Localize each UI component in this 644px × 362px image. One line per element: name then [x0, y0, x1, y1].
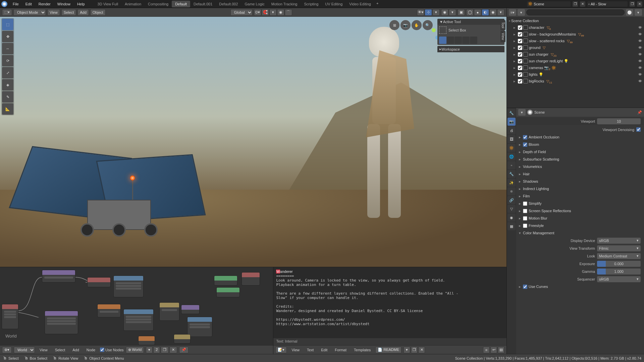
visibility-button[interactable]: 👁▾	[417, 9, 424, 16]
n-tab-tool[interactable]: Tool	[500, 20, 505, 30]
prop-tab-output[interactable]: 🖨	[507, 126, 516, 134]
collection-enable-checkbox[interactable]	[518, 46, 522, 50]
workspace-panel-header[interactable]: ▸ Workspace	[437, 46, 504, 52]
text-unlink[interactable]: ✕	[418, 347, 425, 353]
pivot-button[interactable]: ⊙▾	[254, 9, 261, 16]
select-mode-intersect[interactable]	[470, 37, 477, 44]
collection-enable-checkbox[interactable]	[518, 79, 522, 83]
editor-type-button[interactable]: 📝▾	[275, 347, 287, 353]
mode-selector[interactable]: Object Mode	[13, 9, 46, 16]
collection-enable-checkbox[interactable]	[518, 52, 522, 57]
outliner-collection-row[interactable]: ▸lights💡👁	[508, 71, 643, 78]
collection-enable-checkbox[interactable]	[518, 72, 522, 77]
collection-enable-checkbox[interactable]	[518, 25, 522, 30]
props-panel-row[interactable]: ▸Volumetrics	[517, 163, 643, 170]
menu-edit[interactable]: Edit	[22, 1, 35, 7]
prop-tab-viewlayer[interactable]: 🖼	[507, 135, 516, 143]
expand-arrow[interactable]: ▸	[514, 39, 517, 43]
filter-options-button[interactable]: ▾	[635, 9, 642, 16]
panel-caret[interactable]: ▸	[519, 157, 523, 162]
vp-menu-object[interactable]: Object	[90, 9, 106, 16]
snap-options-button[interactable]: ▾	[269, 9, 277, 16]
cm-value-field[interactable]: sRGB ▾	[597, 276, 641, 282]
outliner-root[interactable]: ▫ Scene Collection	[508, 17, 643, 24]
node[interactable]	[216, 287, 240, 297]
prop-tab-texture[interactable]: ▦	[507, 222, 516, 230]
node[interactable]	[45, 311, 78, 334]
tool-annotate[interactable]: ✎	[2, 91, 13, 103]
panel-caret[interactable]: ▸	[519, 150, 523, 154]
prop-tab-scene[interactable]: 🔆	[507, 144, 516, 152]
tool-measure[interactable]: 📐	[2, 103, 13, 115]
3d-viewport[interactable]: ⊞ 📷 ✋ 🔍 Z X	[0, 17, 506, 267]
text-browse[interactable]: ▾	[404, 347, 410, 353]
panel-caret[interactable]: ▸	[519, 135, 523, 139]
properties-scroll[interactable]: Viewport 10 Viewport Denoising ▸Ambient …	[516, 117, 644, 354]
visibility-toggle[interactable]: 👁	[637, 72, 643, 76]
workspace-add-button[interactable]: +	[374, 1, 380, 7]
prop-tab-data[interactable]: ▽	[507, 205, 516, 213]
menu-window[interactable]: Window	[54, 1, 74, 7]
props-panel-row[interactable]: ▸Indirect Lighting	[517, 185, 643, 192]
node[interactable]	[42, 270, 75, 283]
panel-caret[interactable]: ▸	[519, 216, 523, 221]
panel-enable-checkbox[interactable]	[523, 201, 527, 206]
panel-caret[interactable]: ▸	[519, 194, 523, 198]
workspace-tab[interactable]: 3D View Full	[94, 1, 122, 7]
ne-menu-select[interactable]: Select	[52, 347, 68, 353]
overlay-options-button[interactable]: ▾	[449, 9, 456, 16]
visibility-toggle[interactable]: 👁	[637, 59, 643, 63]
scene-selector[interactable]: 🔆	[527, 1, 571, 7]
panel-caret[interactable]: ▸	[519, 224, 523, 228]
ne-menu-node[interactable]: Node	[84, 347, 98, 353]
visibility-toggle[interactable]: 👁	[637, 52, 643, 56]
use-nodes-checkbox[interactable]: Use Nodes	[100, 348, 123, 352]
snap-button[interactable]: 🧲	[262, 9, 269, 16]
node[interactable]	[113, 276, 144, 297]
editor-type-button[interactable]: ≡▾	[509, 9, 516, 16]
world-datablock-selector[interactable]: ⊕ World	[126, 347, 144, 353]
cm-value-field[interactable]: 1.000	[597, 268, 641, 275]
node-editor-canvas[interactable]: World	[0, 267, 273, 345]
tool-select-box[interactable]: ⬚	[2, 19, 13, 30]
viewlayer-delete-button[interactable]: ✕	[637, 1, 643, 7]
outliner-collection-row[interactable]: ▸bigRocks▽11👁	[508, 78, 643, 84]
workspace-tab[interactable]: Compositing	[145, 1, 172, 7]
expand-arrow[interactable]: ▸	[514, 59, 517, 63]
tool-cursor[interactable]: ✥	[2, 31, 13, 42]
filter-button[interactable]: ⚪	[626, 9, 633, 16]
node[interactable]	[2, 304, 18, 329]
shading-lookdev-button[interactable]: ◐	[482, 9, 489, 16]
props-panel-row[interactable]: ▸Screen Space Reflections	[517, 207, 643, 215]
visibility-toggle[interactable]: 👁	[637, 66, 643, 70]
prop-tab-modifier[interactable]: 🔧	[507, 170, 516, 178]
tool-rotate[interactable]: ⟳	[2, 55, 13, 66]
te-menu-edit[interactable]: Edit	[318, 347, 330, 353]
node[interactable]	[181, 305, 200, 314]
panel-enable-checkbox[interactable]	[523, 135, 527, 139]
scene-delete-button[interactable]: ✕	[580, 1, 586, 7]
te-menu-view[interactable]: View	[289, 347, 302, 353]
prop-tab-render[interactable]: 📷	[507, 118, 516, 126]
viewport-denoise-checkbox[interactable]	[636, 127, 641, 132]
text-datablock-selector[interactable]: 📄 README	[375, 347, 401, 353]
text-new[interactable]: ❐	[411, 347, 418, 353]
prop-tab-object[interactable]: ▫	[507, 161, 516, 169]
workspace-tab[interactable]: Scripting	[301, 1, 322, 7]
prop-tab-physics[interactable]: ⚛	[507, 187, 516, 195]
overlay-toggle-button[interactable]: ◉	[441, 9, 448, 16]
vp-menu-add[interactable]: Add	[77, 9, 89, 16]
panel-caret[interactable]: ▸	[519, 179, 523, 184]
panel-caret[interactable]: ▾	[519, 231, 523, 235]
tool-move[interactable]: ↔	[2, 43, 13, 54]
camera-button[interactable]: 📷	[400, 20, 411, 30]
outliner-collection-row[interactable]: ▸sun charger▽23👁	[508, 51, 643, 58]
props-panel-row[interactable]: ▸Hair	[517, 170, 643, 178]
expand-arrow[interactable]: ▸	[514, 79, 517, 83]
panel-enable-checkbox[interactable]	[523, 209, 527, 213]
visibility-toggle[interactable]: 👁	[637, 79, 643, 83]
panel-caret[interactable]: ▸	[519, 142, 523, 147]
viewport-samples-field[interactable]: 10	[597, 118, 641, 124]
props-panel-row[interactable]: ▸Motion Blur	[517, 215, 643, 222]
viewlayer-new-button[interactable]: ❐	[629, 1, 635, 7]
